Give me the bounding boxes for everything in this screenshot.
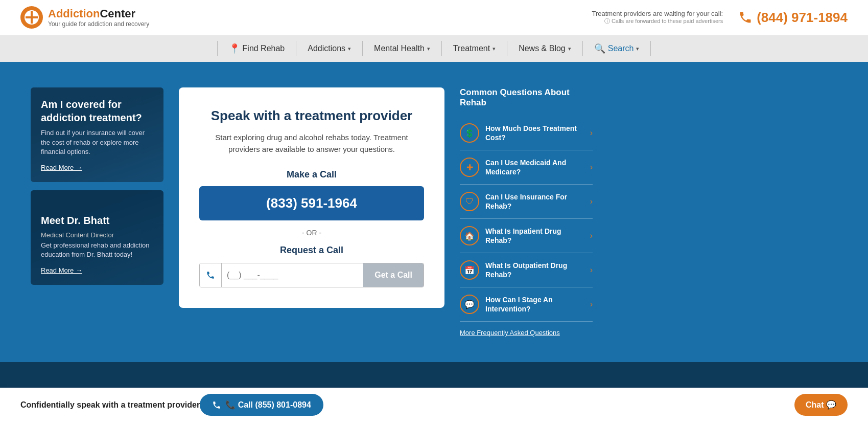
faq-title: Common Questions About Rehab xyxy=(460,87,593,108)
logo-text: AddictionCenter Your guide for addiction… xyxy=(48,7,149,28)
panel-title: Speak with a treatment provider xyxy=(199,108,424,124)
left-cards: Am I covered for addiction treatment? Fi… xyxy=(31,87,163,285)
faq-item-intervention[interactable]: 💬 How Can I Stage An Intervention? › xyxy=(460,287,593,322)
search-icon: 🔍 xyxy=(594,43,605,54)
card-doctor-title: Meet Dr. Bhatt xyxy=(41,214,153,227)
faq-more-link[interactable]: More Frequently Asked Questions xyxy=(460,329,593,337)
faq-item-cost[interactable]: 💲 How Much Does Treatment Cost? › xyxy=(460,116,593,150)
chevron-down-icon: ▾ xyxy=(568,46,571,52)
nav-search-label: Search xyxy=(608,44,634,53)
nav-find-rehab-label: Find Rehab xyxy=(243,44,285,53)
card-doctor-desc: Get professional rehab and addiction edu… xyxy=(41,241,153,259)
main-nav: 📍 Find Rehab Addictions ▾ Mental Health … xyxy=(0,35,868,62)
nav-news-blog[interactable]: News & Blog ▾ xyxy=(507,35,582,62)
nav-treatment[interactable]: Treatment ▾ xyxy=(442,35,507,62)
card-doctor-subtitle: Medical Content Director xyxy=(41,231,153,239)
chevron-down-icon: ▾ xyxy=(427,46,430,52)
footer-text: Confidentially speak with a treatment pr… xyxy=(20,400,200,410)
logo-brand: AddictionCenter xyxy=(48,7,149,20)
faq-cost-text: How Much Does Treatment Cost? xyxy=(485,124,584,142)
card-insurance-desc: Find out if your insurance will cover th… xyxy=(41,128,153,156)
card-doctor[interactable]: Meet Dr. Bhatt Medical Content Director … xyxy=(31,190,163,285)
faq-insurance-text: Can I Use Insurance For Rehab? xyxy=(485,192,584,211)
faq-item-insurance[interactable]: 🛡 Can I Use Insurance For Rehab? › xyxy=(460,185,593,219)
card-insurance-content: Am I covered for addiction treatment? Fi… xyxy=(41,98,153,172)
card-insurance-link[interactable]: Read More → xyxy=(41,164,82,171)
faq-item-inpatient[interactable]: 🏠 What Is Inpatient Drug Rehab? › xyxy=(460,219,593,253)
phone-icon xyxy=(738,10,753,25)
chevron-right-icon: › xyxy=(590,265,593,275)
right-faq: Common Questions About Rehab 💲 How Much … xyxy=(460,87,593,337)
dark-band xyxy=(0,362,868,388)
phone-input-row: Get a Call xyxy=(199,263,424,287)
faq-item-outpatient[interactable]: 📅 What Is Outpatient Drug Rehab? › xyxy=(460,253,593,287)
nav-search[interactable]: 🔍 Search ▾ xyxy=(583,35,651,62)
card-doctor-content: Meet Dr. Bhatt Medical Content Director … xyxy=(41,214,153,275)
chat-button[interactable]: Chat 💬 xyxy=(794,394,848,416)
phone-small-icon xyxy=(206,271,215,280)
nav-addictions[interactable]: Addictions ▾ xyxy=(296,35,362,62)
faq-inpatient-icon: 🏠 xyxy=(460,226,479,245)
nav-addictions-label: Addictions xyxy=(308,44,345,53)
map-pin-icon: 📍 xyxy=(229,43,240,54)
chat-label: Chat 💬 xyxy=(806,400,836,410)
nav-news-blog-label: News & Blog xyxy=(519,44,566,53)
header-phone-number: (844) 971-1894 xyxy=(757,10,848,26)
faq-inpatient-text: What Is Inpatient Drug Rehab? xyxy=(485,227,584,245)
hero-section: Am I covered for addiction treatment? Fi… xyxy=(0,62,868,362)
chevron-right-icon: › xyxy=(590,231,593,240)
faq-cost-icon: 💲 xyxy=(460,123,479,143)
chevron-right-icon: › xyxy=(590,197,593,206)
footer-call-label: 📞 Call (855) 801-0894 xyxy=(225,400,311,410)
faq-item-medicaid[interactable]: ✚ Can I Use Medicaid And Medicare? › xyxy=(460,150,593,185)
phone-input-icon xyxy=(200,263,222,287)
chevron-right-icon: › xyxy=(590,128,593,138)
phone-input-field[interactable] xyxy=(222,263,363,287)
faq-intervention-text: How Can I Stage An Intervention? xyxy=(485,295,584,314)
chevron-down-icon: ▾ xyxy=(348,46,351,52)
panel-desc: Start exploring drug and alcohol rehabs … xyxy=(199,132,424,155)
nav-mental-health-label: Mental Health xyxy=(374,44,425,53)
faq-medicaid-text: Can I Use Medicaid And Medicare? xyxy=(485,158,584,176)
logo-subtitle: Your guide for addiction and recovery xyxy=(48,20,149,28)
make-call-label: Make a Call xyxy=(199,169,424,180)
footer-call-button[interactable]: 📞 Call (855) 801-0894 xyxy=(200,394,323,416)
chevron-down-icon: ▾ xyxy=(636,46,639,52)
faq-insurance-icon: 🛡 xyxy=(460,192,479,211)
nav-mental-health[interactable]: Mental Health ▾ xyxy=(363,35,441,62)
nav-treatment-label: Treatment xyxy=(453,44,490,53)
call-number-button[interactable]: (833) 591-1964 xyxy=(199,186,424,220)
site-header: AddictionCenter Your guide for addiction… xyxy=(0,0,868,35)
card-insurance[interactable]: Am I covered for addiction treatment? Fi… xyxy=(31,87,163,182)
card-insurance-title: Am I covered for addiction treatment? xyxy=(41,98,153,124)
chevron-right-icon: › xyxy=(590,163,593,172)
request-label: Request a Call xyxy=(199,245,424,256)
chevron-right-icon: › xyxy=(590,300,593,309)
logo-icon xyxy=(20,6,43,29)
header-right: Treatment providers are waiting for your… xyxy=(592,10,848,26)
nav-find-rehab[interactable]: 📍 Find Rehab xyxy=(218,35,296,62)
footer-phone-icon xyxy=(212,400,221,410)
header-notice: Treatment providers are waiting for your… xyxy=(592,10,723,25)
or-divider: - OR - xyxy=(199,229,424,237)
faq-medicaid-icon: ✚ xyxy=(460,158,479,177)
get-call-button[interactable]: Get a Call xyxy=(363,263,424,287)
faq-intervention-icon: 💬 xyxy=(460,295,479,314)
card-doctor-link[interactable]: Read More → xyxy=(41,266,82,274)
faq-outpatient-icon: 📅 xyxy=(460,260,479,280)
header-phone-link[interactable]: (844) 971-1894 xyxy=(738,10,848,26)
faq-outpatient-text: What Is Outpatient Drug Rehab? xyxy=(485,261,584,279)
nav-divider xyxy=(650,41,651,56)
center-panel: Speak with a treatment provider Start ex… xyxy=(179,87,444,308)
chevron-down-icon: ▾ xyxy=(492,46,496,52)
logo[interactable]: AddictionCenter Your guide for addiction… xyxy=(20,6,149,29)
footer-bar: Confidentially speak with a treatment pr… xyxy=(0,388,868,421)
